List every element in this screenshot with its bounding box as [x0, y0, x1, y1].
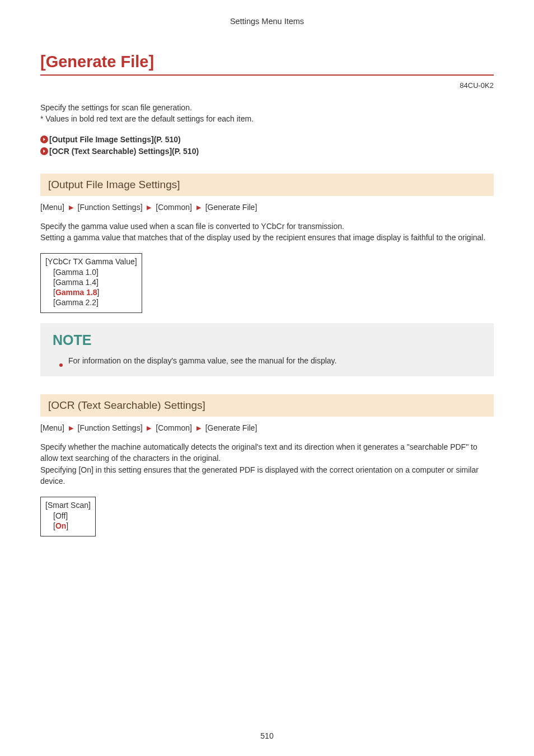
- toc-link-output-file[interactable]: [Output File Image Settings](P. 510): [40, 135, 181, 144]
- breadcrumb: [Menu] ▶ [Function Settings] ▶ [Common] …: [40, 423, 494, 432]
- document-code: 84CU-0K2: [40, 81, 494, 90]
- section-heading-ocr: [OCR (Text Searchable) Settings]: [40, 394, 494, 417]
- option-item: [On]: [53, 521, 91, 530]
- chevron-right-icon: ▶: [147, 424, 151, 432]
- breadcrumb-item: [Common]: [156, 423, 192, 432]
- note-title: NOTE: [53, 332, 481, 348]
- breadcrumb-item: [Function Settings]: [78, 423, 143, 432]
- option-box-smartscan: [Smart Scan] [Off] [On]: [40, 497, 96, 536]
- default-option: Gamma 1.8: [55, 288, 97, 297]
- toc-link-ocr[interactable]: [OCR (Text Searchable) Settings](P. 510): [40, 147, 199, 156]
- chevron-right-icon: ▶: [196, 424, 201, 432]
- toc: [Output File Image Settings](P. 510) [OC…: [40, 134, 494, 156]
- chevron-right-icon: ▶: [69, 424, 73, 432]
- option-group-label: [YCbCr TX Gamma Value]: [45, 257, 137, 266]
- option-item: [Gamma 1.8]: [53, 288, 137, 297]
- breadcrumb-item: [Menu]: [40, 423, 64, 432]
- intro-text: Specify the settings for scan file gener…: [40, 102, 494, 125]
- intro-line: Specify the settings for scan file gener…: [40, 102, 494, 113]
- chevron-right-icon: ▶: [147, 204, 151, 211]
- breadcrumb-item: [Generate File]: [205, 423, 257, 432]
- chevron-right-icon: ▶: [196, 204, 201, 211]
- option-group-label: [Smart Scan]: [45, 501, 91, 510]
- page-number: 510: [0, 731, 534, 740]
- intro-line: * Values in bold red text are the defaul…: [40, 113, 494, 124]
- option-box-gamma: [YCbCr TX Gamma Value] [Gamma 1.0] [Gamm…: [40, 253, 142, 313]
- option-item: [Gamma 1.4]: [53, 278, 137, 287]
- bullet-icon: [59, 363, 63, 367]
- page-header: Settings Menu Items: [40, 17, 494, 26]
- chevron-right-icon: ▶: [69, 204, 73, 211]
- breadcrumb: [Menu] ▶ [Function Settings] ▶ [Common] …: [40, 203, 494, 212]
- note-text: For information on the display's gamma v…: [68, 356, 336, 365]
- breadcrumb-item: [Generate File]: [205, 203, 257, 212]
- breadcrumb-item: [Menu]: [40, 203, 64, 212]
- breadcrumb-item: [Common]: [156, 203, 192, 212]
- option-item: [Off]: [53, 511, 91, 520]
- breadcrumb-item: [Function Settings]: [78, 203, 143, 212]
- note-block: NOTE For information on the display's ga…: [40, 323, 494, 376]
- arrow-right-circle-icon: [40, 147, 48, 155]
- section-description: Specify whether the machine automaticall…: [40, 441, 494, 487]
- toc-label: [OCR (Text Searchable) Settings](P. 510): [49, 147, 199, 156]
- page-title: [Generate File]: [40, 53, 494, 71]
- note-bullet: For information on the display's gamma v…: [53, 356, 481, 365]
- option-item: [Gamma 2.2]: [53, 298, 137, 307]
- section-heading-output-file: [Output File Image Settings]: [40, 174, 494, 196]
- title-rule: [40, 74, 494, 76]
- section-description: Specify the gamma value used when a scan…: [40, 221, 494, 244]
- arrow-right-circle-icon: [40, 136, 48, 143]
- toc-label: [Output File Image Settings](P. 510): [49, 135, 181, 144]
- option-item: [Gamma 1.0]: [53, 268, 137, 277]
- default-option: On: [55, 521, 66, 530]
